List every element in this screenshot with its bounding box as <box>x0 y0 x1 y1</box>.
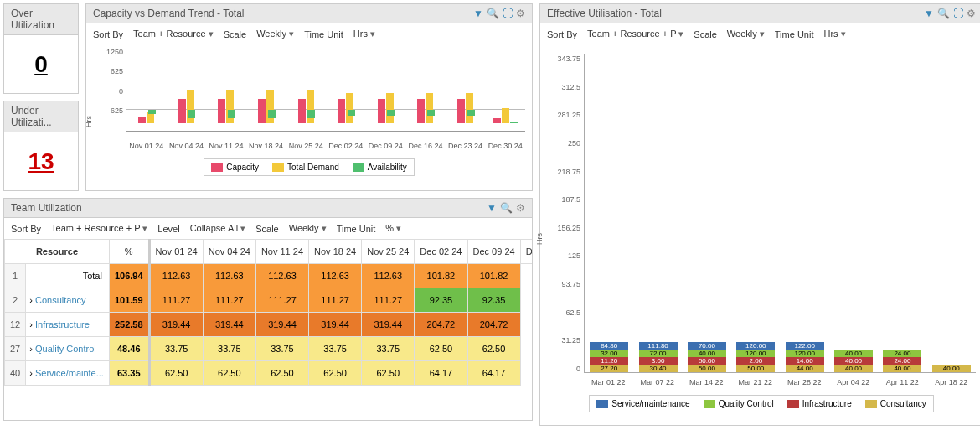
expand-icon[interactable]: › <box>29 319 33 329</box>
bar-group <box>171 48 201 131</box>
stacked-bar: 50.0050.0040.0070.00 <box>688 342 726 372</box>
sort-label: Sort By <box>93 29 123 39</box>
capacity-demand-panel: Capacity vs Demand Trend - Total ▼ 🔍 ⛶ ⚙… <box>85 3 533 191</box>
table-row: 12› Infrastructure252.58319.44319.44319.… <box>5 313 533 337</box>
legend-availability: Availability <box>368 163 407 172</box>
time-label: Time Unit <box>304 29 343 39</box>
bar-group <box>251 48 281 131</box>
bar-group <box>211 48 241 131</box>
search-icon[interactable]: 🔍 <box>487 8 499 19</box>
capacity-legend: Capacity Total Demand Availability <box>204 158 415 176</box>
capacity-toolbar: Sort By Team + Resource Scale Weekly Tim… <box>86 23 532 44</box>
resource-link[interactable]: Quality Control <box>35 344 96 354</box>
time-label: Time Unit <box>775 29 814 39</box>
filter-icon[interactable]: ▼ <box>487 202 497 214</box>
stacked-bar: 50.002.00120.00120.00 <box>736 342 775 372</box>
x-axis-labels: Mar 01 22Mar 07 22Mar 14 22Mar 21 22Mar … <box>547 378 976 386</box>
expand-icon[interactable]: › <box>29 368 33 378</box>
bar-group <box>410 48 441 131</box>
effective-utilisation-panel: Effective Utilisation - Total ▼ 🔍 ⛶ ⚙ So… <box>539 3 980 426</box>
under-utilization-value[interactable]: 13 <box>4 132 78 190</box>
legend-service: Service/maintenance <box>611 399 689 408</box>
stacked-bar: 44.0014.00120.00122.00 <box>786 342 824 372</box>
expand-icon[interactable]: ⛶ <box>503 8 513 19</box>
y-axis: 12506250-625 <box>93 48 123 115</box>
gear-icon[interactable]: ⚙ <box>516 8 525 19</box>
legend-quality: Quality Control <box>719 399 774 408</box>
sort-dropdown[interactable]: Team + Resource + P <box>587 28 683 39</box>
under-utilization-kpi: Under Utilizati... 13 <box>3 101 79 191</box>
stacked-bar: 30.403.0072.00111.80 <box>639 342 678 372</box>
sort-dropdown[interactable]: Team + Resource + P <box>51 223 147 234</box>
x-axis-labels: Nov 01 24Nov 04 24Nov 11 24Nov 18 24Nov … <box>93 142 525 150</box>
filter-icon[interactable]: ▼ <box>924 8 934 19</box>
legend-infrastructure: Infrastructure <box>802 399 852 408</box>
scale-dropdown[interactable]: Weekly <box>727 28 765 39</box>
level-label: Level <box>157 224 179 234</box>
stacked-bar: 40.0024.0024.00 <box>883 350 921 372</box>
bar-group <box>132 48 162 131</box>
resource-link[interactable]: Consultancy <box>35 295 86 305</box>
table-row: 40› Service/mainte...63.3562.5062.5062.5… <box>5 361 533 386</box>
scale-label: Scale <box>224 29 247 39</box>
expand-icon[interactable]: ⛶ <box>953 8 963 19</box>
expand-icon[interactable]: › <box>29 295 33 305</box>
over-utilization-value[interactable]: 0 <box>4 35 78 93</box>
bar-group <box>451 48 481 131</box>
bars-area <box>126 48 525 132</box>
time-label: Time Unit <box>337 224 376 234</box>
team-utilization-table: Resource%Nov 01 24Nov 04 24Nov 11 24Nov … <box>4 239 532 386</box>
under-utilization-label: Under Utilizati... <box>4 101 78 132</box>
gear-icon[interactable]: ⚙ <box>516 202 525 214</box>
over-utilization-label: Over Utilization <box>4 4 78 35</box>
effective-toolbar: Sort By Team + Resource + P Scale Weekly… <box>540 23 980 44</box>
stacked-bars: 27.2011.2032.0084.8030.403.0072.00111.80… <box>584 54 976 373</box>
legend-consultancy: Consultancy <box>880 399 926 408</box>
bar-group <box>331 48 361 131</box>
capacity-bar-chart: 12506250-625 <box>93 48 525 132</box>
bar-group <box>291 48 321 131</box>
legend-capacity: Capacity <box>226 163 259 172</box>
bar-group <box>490 48 520 131</box>
time-dropdown[interactable]: Hrs <box>823 28 845 39</box>
gear-icon[interactable]: ⚙ <box>967 8 976 19</box>
y-axis-title: Hrs <box>535 233 544 245</box>
level-dropdown[interactable]: Collapse All <box>190 223 246 234</box>
effective-panel-title: Effective Utilisation - Total <box>547 8 662 19</box>
table-row: 1Total106.94112.63112.63112.63112.63112.… <box>5 264 533 288</box>
filter-icon[interactable]: ▼ <box>473 8 483 19</box>
time-dropdown[interactable]: % <box>385 223 401 234</box>
stacked-bar: 40.00 <box>932 365 971 372</box>
search-icon[interactable]: 🔍 <box>500 202 513 214</box>
table-row: 2› Consultancy101.59111.27111.27111.2711… <box>5 288 533 313</box>
scale-dropdown[interactable]: Weekly <box>289 223 327 234</box>
scale-dropdown[interactable]: Weekly <box>256 28 294 39</box>
team-utilization-panel: Team Utilization ▼ 🔍 ⚙ Sort By Team + Re… <box>3 198 533 421</box>
sort-dropdown[interactable]: Team + Resource <box>133 28 214 39</box>
search-icon[interactable]: 🔍 <box>937 8 950 19</box>
scale-label: Scale <box>694 29 717 39</box>
over-utilization-kpi: Over Utilization 0 <box>3 3 79 94</box>
table-row: 27› Quality Control48.4633.7533.7533.753… <box>5 337 533 361</box>
y-axis-title: Hrs <box>85 116 93 127</box>
expand-icon[interactable]: › <box>29 344 33 354</box>
time-dropdown[interactable]: Hrs <box>353 28 375 39</box>
stacked-bar: 40.0040.0040.00 <box>834 350 873 372</box>
y-axis: 343.75312.5281.25250218.75187.5156.25125… <box>547 54 580 373</box>
sort-label: Sort By <box>11 224 41 234</box>
sort-label: Sort By <box>547 29 577 39</box>
effective-stacked-chart: 343.75312.5281.25250218.75187.5156.25125… <box>547 54 976 373</box>
resource-link[interactable]: Service/mainte... <box>35 368 104 378</box>
capacity-panel-title: Capacity vs Demand Trend - Total <box>93 8 245 19</box>
bar-group <box>370 48 400 131</box>
legend-demand: Total Demand <box>287 163 339 172</box>
effective-legend: Service/maintenance Quality Control Infr… <box>589 395 933 412</box>
team-toolbar: Sort By Team + Resource + P Level Collap… <box>4 218 532 239</box>
team-panel-title: Team Utilization <box>11 202 82 214</box>
resource-link[interactable]: Infrastructure <box>35 319 90 329</box>
stacked-bar: 27.2011.2032.0084.80 <box>590 342 628 372</box>
scale-label: Scale <box>255 224 279 234</box>
